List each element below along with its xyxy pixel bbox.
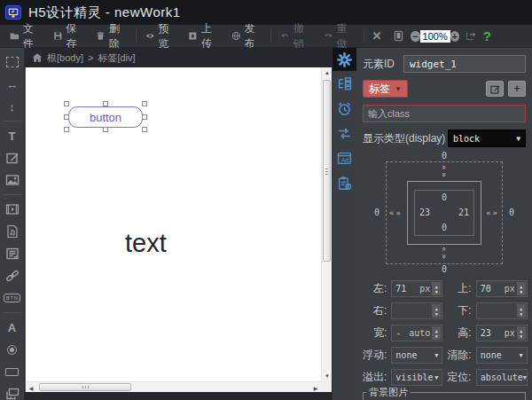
breadcrumb-current[interactable]: 标签[div] bbox=[98, 51, 135, 65]
edit-class-button[interactable] bbox=[486, 81, 504, 97]
float-select[interactable]: none▼ bbox=[391, 347, 442, 364]
tag-dropdown-button[interactable]: 标签 ▼ bbox=[363, 80, 408, 98]
width-input[interactable]: -auto ▲▼ bbox=[391, 325, 442, 341]
zoom-level[interactable]: 100% bbox=[420, 30, 450, 43]
select-tool-button[interactable] bbox=[2, 51, 23, 73]
upload-button[interactable]: 上传 bbox=[182, 27, 225, 46]
clear-select[interactable]: none▼ bbox=[476, 347, 528, 364]
display-select[interactable]: block ▼ bbox=[448, 129, 526, 147]
selection-handle[interactable] bbox=[142, 127, 147, 132]
undo-button[interactable]: 撤销 bbox=[274, 27, 317, 46]
class-input[interactable] bbox=[363, 105, 526, 122]
edit-tool-button[interactable] bbox=[2, 147, 23, 169]
inner-left-value[interactable]: 23 bbox=[419, 208, 430, 218]
selected-widget[interactable]: button bbox=[66, 104, 145, 129]
selection-handle[interactable] bbox=[103, 101, 108, 106]
margin-top-stepper[interactable]: «» bbox=[442, 164, 446, 180]
tab-timer[interactable] bbox=[332, 96, 357, 121]
selection-handle[interactable] bbox=[142, 114, 147, 120]
tab-clipboard-settings[interactable] bbox=[332, 170, 357, 195]
scroll-left-icon[interactable]: ◀ bbox=[26, 382, 36, 392]
device-view-button[interactable] bbox=[387, 27, 411, 46]
vertical-resize-tool-button[interactable]: ↕ bbox=[2, 96, 23, 117]
breadcrumb-root[interactable]: 根[body] bbox=[47, 51, 83, 65]
image-tool-button[interactable] bbox=[2, 169, 23, 191]
margin-top-value[interactable]: 0 bbox=[442, 151, 447, 161]
stepper-icon[interactable]: ▲▼ bbox=[432, 304, 441, 318]
button-widget[interactable]: button bbox=[68, 106, 143, 128]
tab-properties[interactable] bbox=[332, 48, 357, 71]
radio-tool-button[interactable] bbox=[2, 339, 23, 360]
transform-tool-button[interactable] bbox=[459, 27, 483, 46]
redo-button[interactable]: 重做 bbox=[317, 27, 361, 46]
stepper-icon[interactable]: ▲▼ bbox=[432, 326, 441, 340]
dimension-fields: 左: 71px ▲▼ 上: 70px ▲▼ 右: ▲▼ 下: bbox=[363, 280, 526, 386]
gear-icon bbox=[337, 52, 352, 67]
file-button[interactable]: 文件 bbox=[4, 27, 47, 46]
margin-bottom-value[interactable]: 0 bbox=[442, 264, 447, 275]
margin-left-stepper[interactable]: «» bbox=[389, 208, 403, 217]
horizontal-scrollbar[interactable]: ◀ ▶ bbox=[26, 381, 321, 392]
overflow-select[interactable]: visible▼ bbox=[391, 369, 442, 386]
horizontal-scroll-thumb[interactable] bbox=[39, 383, 131, 391]
button-tool-button[interactable]: BTN bbox=[2, 287, 23, 309]
stepper-icon[interactable]: ▲▼ bbox=[517, 304, 526, 318]
inner-top-value[interactable]: 0 bbox=[442, 192, 447, 203]
position-select[interactable]: absolute▼ bbox=[476, 369, 528, 386]
divider bbox=[3, 194, 22, 195]
stepper-icon[interactable]: ▲▼ bbox=[432, 282, 441, 295]
tab-tree[interactable] bbox=[332, 71, 357, 96]
globe-icon bbox=[231, 30, 241, 42]
delete-button[interactable]: 删除 bbox=[90, 27, 133, 46]
scroll-up-icon[interactable]: ▲ bbox=[322, 67, 332, 78]
selection-handle[interactable] bbox=[64, 101, 69, 106]
stepper-icon[interactable]: ▲▼ bbox=[517, 282, 526, 295]
right-tab-strip: Ad bbox=[332, 48, 356, 400]
selection-handle[interactable] bbox=[64, 114, 69, 120]
zoom-in-icon[interactable]: + bbox=[450, 31, 459, 42]
link-tool-button[interactable] bbox=[2, 265, 23, 286]
publish-button[interactable]: 发布 bbox=[225, 27, 269, 46]
margin-right-value[interactable]: 0 bbox=[509, 208, 514, 218]
chevron-down-icon: ▼ bbox=[434, 352, 438, 359]
scroll-down-icon[interactable]: ▼ bbox=[322, 371, 332, 381]
horizontal-resize-tool-button[interactable]: ↔ bbox=[2, 74, 23, 95]
save-button[interactable]: 保存 bbox=[47, 27, 90, 46]
vertical-scrollbar[interactable]: ▲ ▼ bbox=[321, 67, 332, 381]
font-tool-button[interactable]: A bbox=[2, 317, 23, 338]
tab-ad[interactable]: Ad bbox=[332, 145, 357, 170]
upload-icon bbox=[188, 30, 198, 42]
margin-right-stepper[interactable]: «» bbox=[486, 208, 499, 217]
selection-handle[interactable] bbox=[103, 127, 108, 132]
zoom-out-icon[interactable]: − bbox=[411, 31, 419, 42]
element-id-input[interactable] bbox=[403, 55, 526, 73]
margin-left-value[interactable]: 0 bbox=[374, 208, 379, 218]
textfield-tool-button[interactable] bbox=[2, 361, 23, 382]
stepper-icon[interactable]: ▲▼ bbox=[517, 326, 526, 340]
design-canvas[interactable]: button text ▲ ▼ bbox=[25, 67, 332, 392]
inner-bottom-value[interactable]: 0 bbox=[442, 223, 447, 233]
preview-button[interactable]: 预览 bbox=[139, 27, 183, 46]
selection-handle[interactable] bbox=[142, 101, 147, 106]
video-tool-button[interactable] bbox=[2, 199, 23, 220]
window-tool-button[interactable] bbox=[2, 383, 23, 400]
right-input[interactable]: ▲▼ bbox=[391, 302, 442, 319]
bottom-input[interactable]: ▲▼ bbox=[476, 302, 528, 319]
margin-bottom-stepper[interactable]: «» bbox=[442, 246, 446, 262]
close-icon[interactable]: ✕ bbox=[367, 29, 387, 43]
help-button[interactable]: ? bbox=[483, 28, 491, 43]
audio-tool-button[interactable] bbox=[2, 221, 23, 242]
text-tool-button[interactable]: T bbox=[2, 125, 23, 146]
form-tool-button[interactable] bbox=[2, 243, 23, 264]
inner-right-value[interactable]: 21 bbox=[458, 208, 469, 218]
float-label: 浮动: bbox=[363, 348, 387, 363]
left-input[interactable]: 71px ▲▼ bbox=[391, 280, 442, 297]
selection-handle[interactable] bbox=[64, 127, 69, 132]
scroll-right-icon[interactable]: ▶ bbox=[310, 382, 321, 392]
add-class-button[interactable]: + bbox=[508, 81, 526, 97]
tab-animation[interactable] bbox=[332, 121, 357, 145]
text-widget[interactable]: text bbox=[125, 229, 167, 258]
vertical-scroll-thumb[interactable] bbox=[323, 80, 331, 262]
top-input[interactable]: 70px ▲▼ bbox=[476, 280, 528, 297]
height-input[interactable]: 23px ▲▼ bbox=[476, 325, 528, 341]
